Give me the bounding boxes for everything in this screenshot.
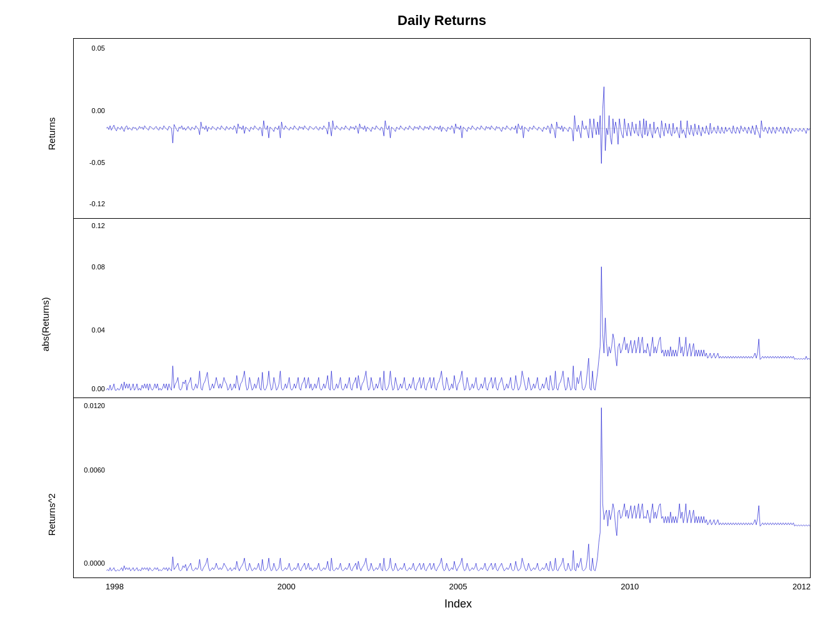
- panel-sq-returns: 0.0120 0.0060 0.0000: [74, 398, 810, 578]
- x-tick-2000: 2000: [278, 582, 296, 591]
- y-label-sq: Returns^2: [32, 419, 70, 610]
- y-tick-sq-2: 0.0060: [84, 466, 105, 474]
- chart-title: Daily Returns: [50, 12, 834, 29]
- y-tick-returns-4: -0.12: [89, 200, 105, 208]
- x-tick-2010: 2010: [621, 582, 639, 591]
- y-label-abs: abs(Returns): [26, 229, 64, 419]
- returns-line: [106, 87, 810, 164]
- y-tick-returns-2: 0.00: [92, 107, 105, 114]
- y-tick-sq-1: 0.0120: [84, 402, 105, 409]
- y-tick-returns-1: 0.05: [92, 44, 105, 52]
- y-tick-abs-4: 0.00: [92, 385, 105, 392]
- x-axis-title: Index: [106, 598, 811, 611]
- y-tick-abs-2: 0.08: [92, 263, 105, 271]
- panel-abs-returns: 0.12 0.08 0.04 0.00: [74, 219, 810, 399]
- sq-returns-line: [106, 408, 810, 571]
- y-label-returns: Returns: [32, 38, 70, 229]
- abs-returns-line: [106, 266, 810, 390]
- panel-returns: 0.05 0.00 -0.05 -0.12: [74, 39, 810, 219]
- svg-returns: [106, 39, 810, 218]
- y-tick-sq-3: 0.0000: [84, 559, 105, 567]
- svg-sq-returns: [106, 398, 810, 578]
- chart-container: Daily Returns Returns abs(Returns) Retur…: [0, 0, 840, 630]
- x-tick-2012: 2012: [792, 582, 811, 591]
- svg-abs-returns: [106, 219, 810, 398]
- y-tick-returns-3: -0.05: [89, 159, 105, 166]
- x-tick-1998: 1998: [106, 582, 124, 591]
- y-tick-abs-1: 0.12: [92, 222, 105, 229]
- x-tick-2005: 2005: [449, 582, 468, 591]
- y-tick-abs-3: 0.04: [92, 326, 105, 334]
